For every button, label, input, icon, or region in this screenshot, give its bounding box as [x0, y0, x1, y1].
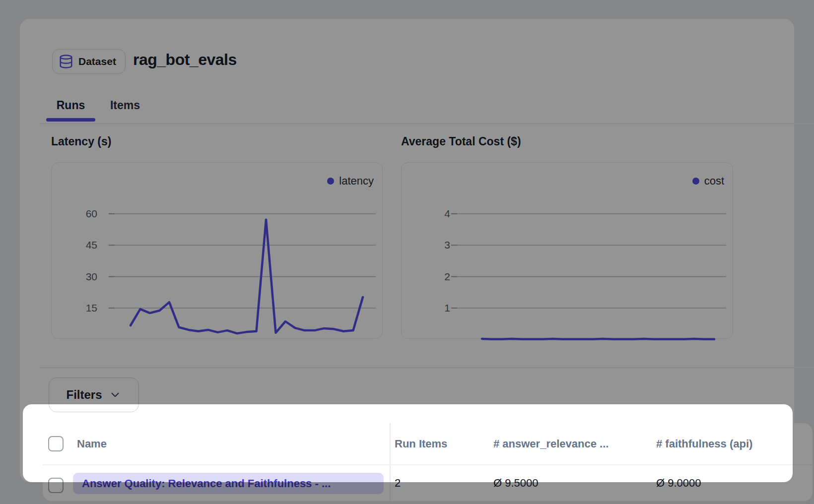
page-title: rag_bot_evals	[133, 51, 237, 69]
filters-divider	[40, 367, 814, 368]
plot-area	[402, 163, 734, 339]
plot-area	[52, 163, 383, 339]
row-checkbox[interactable]	[48, 478, 64, 493]
run-name-label: Answer Quality: Relevance and Faithfulne…	[82, 477, 331, 490]
cost-chart: cost 1234	[401, 162, 733, 339]
cell-run-items: 2	[395, 465, 401, 501]
run-name-link[interactable]: Answer Quality: Relevance and Faithfulne…	[73, 473, 384, 494]
column-divider	[390, 423, 391, 501]
column-header-run-items[interactable]: Run Items	[395, 423, 447, 464]
cost-chart-title: Average Total Cost ($)	[401, 135, 521, 148]
tabs-divider	[40, 123, 814, 124]
dataset-panel: Dataset rag_bot_evals Runs Items Latency…	[20, 19, 794, 482]
column-header-faithfulness[interactable]: # faithfulness (api)	[656, 423, 752, 464]
cell-faithfulness: Ø 9.0000	[656, 465, 701, 501]
tab-items[interactable]: Items	[102, 92, 148, 118]
dataset-badge-label: Dataset	[78, 56, 116, 67]
app-window: Dataset rag_bot_evals Runs Items Latency…	[0, 0, 814, 504]
cell-answer-relevance: Ø 9.5000	[493, 465, 539, 501]
latency-chart-title: Latency (s)	[51, 135, 111, 148]
latency-chart: latency 15304560	[51, 162, 383, 339]
chevron-down-icon	[109, 388, 122, 401]
column-header-answer-relevance[interactable]: # answer_relevance ...	[493, 423, 609, 464]
cost-line	[482, 339, 714, 339]
filters-button[interactable]: Filters	[49, 378, 139, 412]
active-tab-indicator	[46, 118, 95, 122]
database-icon	[59, 54, 73, 69]
runs-table: Name Run Items # answer_relevance ... # …	[43, 423, 813, 501]
dataset-type-badge: Dataset	[52, 49, 126, 74]
tab-runs[interactable]: Runs	[46, 92, 95, 118]
filters-button-label: Filters	[66, 388, 102, 402]
column-header-name[interactable]: Name	[77, 423, 107, 464]
select-all-checkbox[interactable]	[48, 436, 64, 451]
